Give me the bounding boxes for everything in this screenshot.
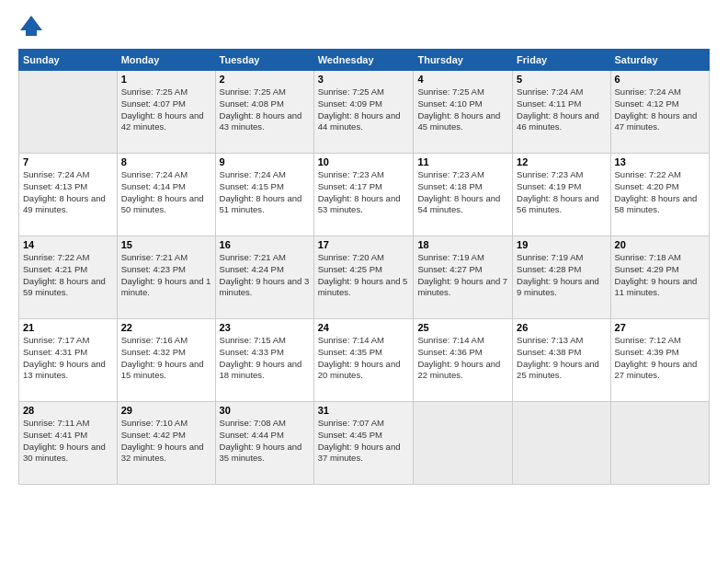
calendar-cell: 16Sunrise: 7:21 AMSunset: 4:24 PMDayligh… xyxy=(215,236,313,319)
calendar-cell: 10Sunrise: 7:23 AMSunset: 4:17 PMDayligh… xyxy=(313,154,414,236)
day-info: Sunrise: 7:24 AMSunset: 4:14 PMDaylight:… xyxy=(121,169,211,216)
day-number: 30 xyxy=(220,405,310,416)
calendar-cell: 15Sunrise: 7:21 AMSunset: 4:23 PMDayligh… xyxy=(117,236,215,319)
calendar-week-row: 1Sunrise: 7:25 AMSunset: 4:07 PMDaylight… xyxy=(19,71,710,154)
col-header-tuesday: Tuesday xyxy=(215,50,313,71)
day-info: Sunrise: 7:14 AMSunset: 4:36 PMDaylight:… xyxy=(417,335,508,382)
day-info: Sunrise: 7:22 AMSunset: 4:21 PMDaylight:… xyxy=(23,252,113,299)
calendar-cell: 23Sunrise: 7:15 AMSunset: 4:33 PMDayligh… xyxy=(215,319,313,402)
calendar-cell: 2Sunrise: 7:25 AMSunset: 4:08 PMDaylight… xyxy=(215,71,313,154)
calendar-cell: 5Sunrise: 7:24 AMSunset: 4:11 PMDaylight… xyxy=(513,71,610,154)
col-header-friday: Friday xyxy=(513,50,610,71)
day-info: Sunrise: 7:25 AMSunset: 4:08 PMDaylight:… xyxy=(220,86,310,133)
day-number: 24 xyxy=(318,322,410,333)
calendar-cell xyxy=(19,71,118,154)
calendar-week-row: 14Sunrise: 7:22 AMSunset: 4:21 PMDayligh… xyxy=(19,236,710,319)
day-info: Sunrise: 7:17 AMSunset: 4:31 PMDaylight:… xyxy=(23,335,113,382)
calendar-header-row: SundayMondayTuesdayWednesdayThursdayFrid… xyxy=(19,50,710,71)
day-number: 10 xyxy=(318,156,410,167)
day-info: Sunrise: 7:21 AMSunset: 4:23 PMDaylight:… xyxy=(121,252,211,299)
col-header-thursday: Thursday xyxy=(414,50,513,71)
day-number: 26 xyxy=(517,322,606,333)
calendar-cell: 19Sunrise: 7:19 AMSunset: 4:28 PMDayligh… xyxy=(513,236,610,319)
day-info: Sunrise: 7:10 AMSunset: 4:42 PMDaylight:… xyxy=(121,418,211,465)
day-number: 15 xyxy=(121,239,211,250)
calendar-cell: 29Sunrise: 7:10 AMSunset: 4:42 PMDayligh… xyxy=(117,402,215,485)
day-number: 16 xyxy=(220,239,310,250)
day-number: 21 xyxy=(23,322,113,333)
day-number: 1 xyxy=(121,74,211,85)
calendar-cell: 27Sunrise: 7:12 AMSunset: 4:39 PMDayligh… xyxy=(610,319,709,402)
calendar-cell xyxy=(513,402,610,485)
day-info: Sunrise: 7:14 AMSunset: 4:35 PMDaylight:… xyxy=(318,335,410,382)
day-number: 4 xyxy=(417,74,508,85)
day-number: 5 xyxy=(517,74,606,85)
day-number: 17 xyxy=(318,239,410,250)
day-info: Sunrise: 7:07 AMSunset: 4:45 PMDaylight:… xyxy=(318,418,410,465)
day-info: Sunrise: 7:24 AMSunset: 4:13 PMDaylight:… xyxy=(23,169,113,216)
calendar-cell: 8Sunrise: 7:24 AMSunset: 4:14 PMDaylight… xyxy=(117,154,215,236)
calendar-cell: 3Sunrise: 7:25 AMSunset: 4:09 PMDaylight… xyxy=(313,71,414,154)
calendar-cell: 11Sunrise: 7:23 AMSunset: 4:18 PMDayligh… xyxy=(414,154,513,236)
day-number: 9 xyxy=(220,156,310,167)
calendar-cell: 17Sunrise: 7:20 AMSunset: 4:25 PMDayligh… xyxy=(313,236,414,319)
calendar-cell: 31Sunrise: 7:07 AMSunset: 4:45 PMDayligh… xyxy=(313,402,414,485)
day-number: 20 xyxy=(615,239,705,250)
calendar-week-row: 21Sunrise: 7:17 AMSunset: 4:31 PMDayligh… xyxy=(19,319,710,402)
calendar-cell: 26Sunrise: 7:13 AMSunset: 4:38 PMDayligh… xyxy=(513,319,610,402)
day-info: Sunrise: 7:19 AMSunset: 4:27 PMDaylight:… xyxy=(417,252,508,299)
day-number: 7 xyxy=(23,156,113,167)
day-info: Sunrise: 7:24 AMSunset: 4:15 PMDaylight:… xyxy=(220,169,310,216)
day-number: 2 xyxy=(220,74,310,85)
col-header-wednesday: Wednesday xyxy=(313,50,414,71)
day-info: Sunrise: 7:12 AMSunset: 4:39 PMDaylight:… xyxy=(615,335,705,382)
day-info: Sunrise: 7:19 AMSunset: 4:28 PMDaylight:… xyxy=(517,252,606,299)
day-number: 13 xyxy=(615,156,705,167)
day-info: Sunrise: 7:08 AMSunset: 4:44 PMDaylight:… xyxy=(220,418,310,465)
day-info: Sunrise: 7:23 AMSunset: 4:18 PMDaylight:… xyxy=(417,169,508,216)
day-number: 19 xyxy=(517,239,606,250)
day-number: 14 xyxy=(23,239,113,250)
calendar-cell: 20Sunrise: 7:18 AMSunset: 4:29 PMDayligh… xyxy=(610,236,709,319)
day-number: 18 xyxy=(417,239,508,250)
day-info: Sunrise: 7:25 AMSunset: 4:09 PMDaylight:… xyxy=(318,86,410,133)
calendar-cell: 7Sunrise: 7:24 AMSunset: 4:13 PMDaylight… xyxy=(19,154,118,236)
calendar-cell: 18Sunrise: 7:19 AMSunset: 4:27 PMDayligh… xyxy=(414,236,513,319)
day-info: Sunrise: 7:22 AMSunset: 4:20 PMDaylight:… xyxy=(615,169,705,216)
day-info: Sunrise: 7:25 AMSunset: 4:07 PMDaylight:… xyxy=(121,86,211,133)
day-info: Sunrise: 7:16 AMSunset: 4:32 PMDaylight:… xyxy=(121,335,211,382)
calendar-cell: 21Sunrise: 7:17 AMSunset: 4:31 PMDayligh… xyxy=(19,319,118,402)
calendar-cell: 28Sunrise: 7:11 AMSunset: 4:41 PMDayligh… xyxy=(19,402,118,485)
day-info: Sunrise: 7:20 AMSunset: 4:25 PMDaylight:… xyxy=(318,252,410,299)
day-number: 6 xyxy=(615,74,705,85)
svg-marker-0 xyxy=(20,16,42,30)
calendar-week-row: 7Sunrise: 7:24 AMSunset: 4:13 PMDaylight… xyxy=(19,154,710,236)
day-number: 29 xyxy=(121,405,211,416)
page: SundayMondayTuesdayWednesdayThursdayFrid… xyxy=(0,0,728,563)
calendar-week-row: 28Sunrise: 7:11 AMSunset: 4:41 PMDayligh… xyxy=(19,402,710,485)
day-number: 11 xyxy=(417,156,508,167)
col-header-sunday: Sunday xyxy=(19,50,118,71)
col-header-monday: Monday xyxy=(117,50,215,71)
day-number: 22 xyxy=(121,322,211,333)
calendar-cell: 4Sunrise: 7:25 AMSunset: 4:10 PMDaylight… xyxy=(414,71,513,154)
calendar-cell: 24Sunrise: 7:14 AMSunset: 4:35 PMDayligh… xyxy=(313,319,414,402)
day-info: Sunrise: 7:24 AMSunset: 4:11 PMDaylight:… xyxy=(517,86,606,133)
day-number: 23 xyxy=(220,322,310,333)
day-number: 25 xyxy=(417,322,508,333)
day-info: Sunrise: 7:13 AMSunset: 4:38 PMDaylight:… xyxy=(517,335,606,382)
calendar-cell: 14Sunrise: 7:22 AMSunset: 4:21 PMDayligh… xyxy=(19,236,118,319)
calendar-cell: 13Sunrise: 7:22 AMSunset: 4:20 PMDayligh… xyxy=(610,154,709,236)
calendar-cell: 22Sunrise: 7:16 AMSunset: 4:32 PMDayligh… xyxy=(117,319,215,402)
calendar-cell: 6Sunrise: 7:24 AMSunset: 4:12 PMDaylight… xyxy=(610,71,709,154)
calendar-cell: 1Sunrise: 7:25 AMSunset: 4:07 PMDaylight… xyxy=(117,71,215,154)
logo-icon xyxy=(18,14,44,40)
calendar-cell xyxy=(414,402,513,485)
day-number: 3 xyxy=(318,74,410,85)
day-number: 27 xyxy=(615,322,705,333)
calendar-cell: 9Sunrise: 7:24 AMSunset: 4:15 PMDaylight… xyxy=(215,154,313,236)
day-number: 12 xyxy=(517,156,606,167)
day-info: Sunrise: 7:18 AMSunset: 4:29 PMDaylight:… xyxy=(615,252,705,299)
logo xyxy=(18,14,48,40)
calendar-cell: 30Sunrise: 7:08 AMSunset: 4:44 PMDayligh… xyxy=(215,402,313,485)
